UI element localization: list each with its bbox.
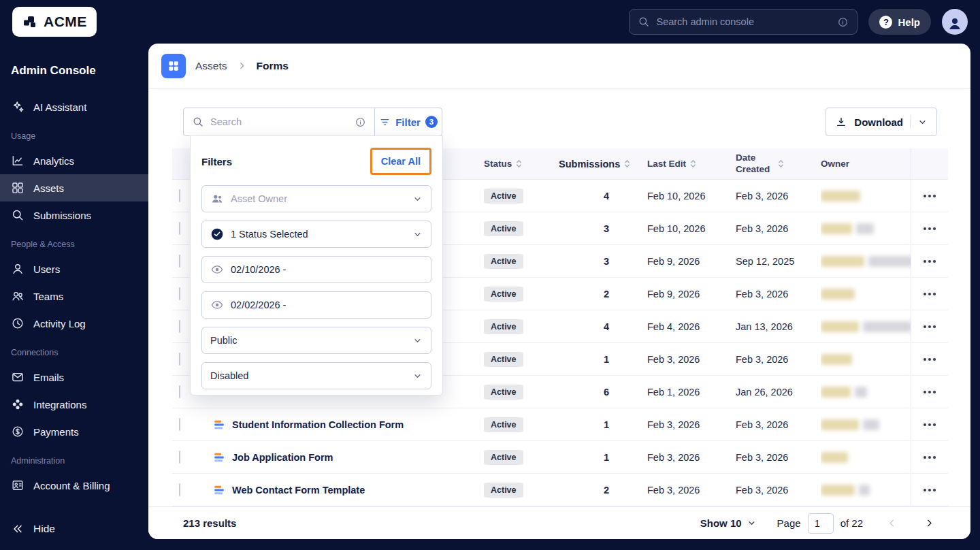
user-icon <box>947 15 963 31</box>
sidebar-item-ai-assistant[interactable]: AI Assistant <box>0 93 148 120</box>
sort-icon[interactable] <box>690 159 696 169</box>
row-actions-button[interactable] <box>919 189 940 203</box>
column-header-last-edit[interactable]: Last Edit <box>621 159 736 169</box>
sidebar-item-account-billing[interactable]: Account & Billing <box>0 472 148 499</box>
grid-icon <box>167 59 180 73</box>
admin-search-input[interactable]: Search admin console <box>629 9 858 35</box>
row-checkbox[interactable] <box>179 385 180 398</box>
row-actions-button[interactable] <box>919 483 940 497</box>
table-search-input[interactable]: Search <box>183 108 375 136</box>
submissions-header-label: Submissions <box>559 159 620 169</box>
filter-button[interactable]: Filter 3 <box>374 108 442 136</box>
table-row: Web Contact Form TemplateActive2Feb 3, 2… <box>172 474 948 506</box>
next-page-button[interactable] <box>921 515 938 532</box>
row-checkbox[interactable] <box>179 287 180 300</box>
sidebar-item-submissions[interactable]: Submissions <box>0 201 148 229</box>
sidebar-item-integrations[interactable]: Integrations <box>0 391 148 418</box>
clear-all-button[interactable]: Clear All <box>381 156 421 167</box>
status-cell: Active <box>484 189 559 204</box>
column-header-status[interactable]: Status <box>484 159 559 169</box>
filter-icon <box>379 116 391 128</box>
page-number-input[interactable] <box>808 513 834 534</box>
users-icon <box>11 289 24 303</box>
sidebar-item-emails[interactable]: Emails <box>0 363 148 391</box>
breadcrumb-assets[interactable]: Assets <box>195 60 227 72</box>
sidebar-item-users[interactable]: Users <box>0 255 148 282</box>
submissions-cell: 3 <box>559 256 621 267</box>
date-created-cell: Feb 3, 2026 <box>736 289 821 300</box>
sidebar-item-label: Payments <box>33 426 79 438</box>
owner-header-label: Owner <box>821 159 849 169</box>
row-actions-button[interactable] <box>919 353 940 366</box>
filter-control-disabled[interactable]: Disabled <box>201 362 431 389</box>
name-cell[interactable]: Web Contact Form Template <box>203 484 484 496</box>
status-badge: Active <box>484 287 523 302</box>
search-icon <box>11 208 24 222</box>
status-badge: Active <box>484 254 523 269</box>
status-cell: Active <box>484 385 559 400</box>
row-actions-button[interactable] <box>919 255 940 268</box>
sort-icon[interactable] <box>516 159 522 169</box>
name-cell[interactable]: Job Application Form <box>203 451 484 464</box>
acme-logo[interactable]: ACME <box>12 7 97 37</box>
avatar[interactable] <box>942 9 968 35</box>
sidebar-section-connections: Connections <box>0 337 148 363</box>
search-icon <box>638 16 650 28</box>
help-button[interactable]: ? Help <box>868 9 931 35</box>
submissions-cell: 4 <box>559 191 621 201</box>
actions-cell <box>911 180 948 212</box>
status-cell: Active <box>484 450 559 465</box>
row-checkbox[interactable] <box>179 189 180 202</box>
row-checkbox[interactable] <box>179 418 180 431</box>
column-header-submissions[interactable]: Submissions <box>559 159 621 169</box>
chevron-down-icon <box>917 117 928 127</box>
row-actions-button[interactable] <box>919 418 940 432</box>
page-size-dropdown[interactable]: Show 10 <box>700 517 757 529</box>
row-checkbox[interactable] <box>179 255 180 268</box>
row-actions-button[interactable] <box>919 385 940 399</box>
filter-control-public[interactable]: Public <box>201 327 431 354</box>
redacted-owner-block <box>821 256 864 267</box>
row-actions-button[interactable] <box>919 287 940 301</box>
sort-icon[interactable] <box>778 159 784 169</box>
hide-label: Hide <box>33 523 55 535</box>
dollar-icon <box>11 425 24 438</box>
row-checkbox[interactable] <box>179 320 180 333</box>
row-actions-button[interactable] <box>919 222 940 236</box>
filter-control-asset-owner[interactable]: Asset Owner <box>201 185 431 212</box>
hide-sidebar-button[interactable]: Hide <box>0 516 66 542</box>
row-actions-button[interactable] <box>919 451 940 464</box>
status-badge: Active <box>484 352 523 367</box>
asset-name[interactable]: Student Information Collection Form <box>232 419 404 430</box>
row-checkbox[interactable] <box>179 353 180 366</box>
name-cell[interactable]: Student Information Collection Form <box>203 419 484 431</box>
redacted-owner-block <box>859 485 870 496</box>
asset-name[interactable]: Web Contact Form Template <box>232 485 365 496</box>
sidebar-item-activity-log[interactable]: Activity Log <box>0 310 148 337</box>
sidebar-item-payments[interactable]: Payments <box>0 418 148 445</box>
filters-panel: Filters Clear All Asset Owner1 Status Se… <box>190 135 443 395</box>
row-checkbox[interactable] <box>179 222 180 235</box>
filter-control-02-02-2026[interactable]: 02/02/2026 - <box>201 291 431 319</box>
sidebar-item-analytics[interactable]: Analytics <box>0 147 148 174</box>
sidebar-item-label: Assets <box>33 182 64 194</box>
actions-cell <box>911 474 948 506</box>
filter-control-02-10-2026[interactable]: 02/10/2026 - <box>201 256 431 283</box>
download-button[interactable]: Download <box>826 108 937 136</box>
asset-name[interactable]: Job Application Form <box>232 452 333 463</box>
last-edit-cell: Feb 3, 2026 <box>621 419 736 430</box>
filter-control-1-status-selected[interactable]: 1 Status Selected <box>201 221 431 248</box>
row-checkbox[interactable] <box>179 451 180 464</box>
sidebar-item-teams[interactable]: Teams <box>0 282 148 310</box>
row-checkbox[interactable] <box>179 483 180 496</box>
actions-cell <box>911 343 948 375</box>
sidebar-item-label: Integrations <box>33 399 86 410</box>
sidebar-item-assets[interactable]: Assets <box>0 174 148 201</box>
redacted-owner-block <box>821 289 855 300</box>
previous-page-button[interactable] <box>883 515 900 532</box>
column-header-date-created[interactable]: Date Created <box>736 152 821 174</box>
grid-icon <box>11 181 24 195</box>
integrations-icon <box>11 398 24 411</box>
row-actions-button[interactable] <box>919 320 940 334</box>
owner-cell-redacted <box>821 310 911 342</box>
